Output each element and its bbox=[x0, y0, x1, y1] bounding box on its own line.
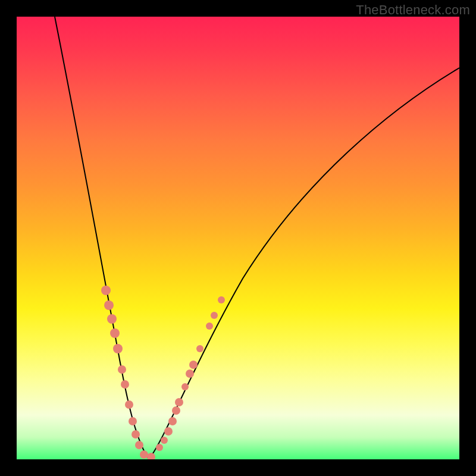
svg-point-16 bbox=[168, 417, 177, 425]
svg-point-24 bbox=[211, 312, 218, 319]
svg-point-15 bbox=[164, 427, 173, 436]
plot-area bbox=[17, 17, 459, 459]
svg-point-2 bbox=[107, 314, 117, 324]
svg-point-0 bbox=[101, 286, 111, 295]
curve-left-branch bbox=[55, 17, 149, 459]
svg-point-5 bbox=[118, 365, 126, 374]
svg-point-9 bbox=[131, 430, 140, 439]
svg-point-3 bbox=[110, 328, 120, 338]
svg-point-14 bbox=[161, 437, 168, 444]
svg-point-1 bbox=[104, 300, 114, 310]
svg-point-21 bbox=[189, 361, 198, 369]
svg-point-19 bbox=[181, 383, 189, 390]
svg-point-7 bbox=[125, 400, 133, 409]
outer-frame: TheBottleneck.com bbox=[0, 0, 476, 476]
svg-point-11 bbox=[140, 450, 148, 459]
curve-right-branch bbox=[149, 68, 459, 459]
svg-point-8 bbox=[129, 417, 137, 425]
svg-point-18 bbox=[175, 398, 183, 406]
svg-point-22 bbox=[196, 345, 203, 352]
svg-point-4 bbox=[113, 344, 123, 353]
svg-point-6 bbox=[121, 380, 129, 389]
svg-point-17 bbox=[172, 406, 180, 415]
svg-point-10 bbox=[135, 441, 143, 449]
bottleneck-curve-svg bbox=[17, 17, 459, 459]
svg-point-23 bbox=[206, 322, 213, 330]
beads-right bbox=[156, 296, 225, 451]
beads-left bbox=[101, 286, 155, 459]
svg-point-13 bbox=[156, 444, 163, 451]
watermark-text: TheBottleneck.com bbox=[356, 2, 470, 18]
svg-point-25 bbox=[218, 296, 225, 303]
svg-point-20 bbox=[186, 369, 194, 378]
svg-point-12 bbox=[147, 453, 155, 459]
